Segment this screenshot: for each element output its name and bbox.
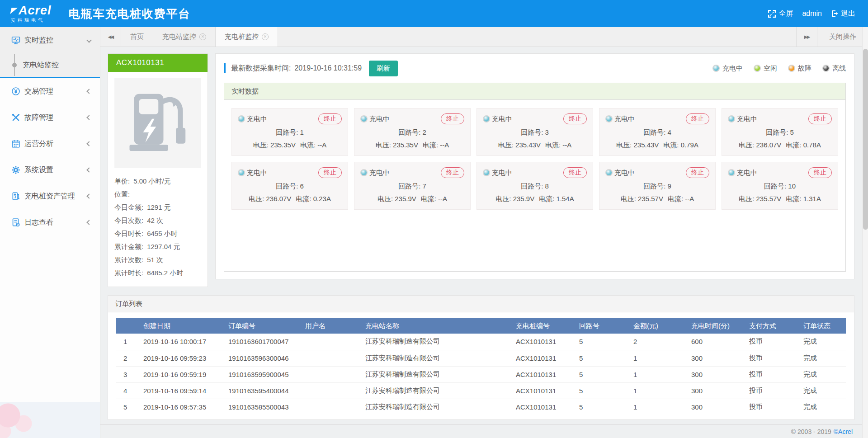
circuit-card-1: 充电中终止 回路号: 1 电压: 235.35V电流: --A <box>231 108 348 156</box>
cell-user <box>301 399 361 415</box>
cell-amount: 1 <box>629 382 687 399</box>
chevron-left-icon <box>86 193 91 198</box>
sidebar-item-fault-mgmt[interactable]: 故障管理 <box>0 104 100 131</box>
stat-today-amount: 今日金额:1291 元 <box>114 201 201 214</box>
terminate-button[interactable]: 终止 <box>318 167 342 178</box>
sidebar: 实时监控 充电站监控 交易管理 故障管理 运营分析 <box>0 27 100 438</box>
terminate-button[interactable]: 终止 <box>808 113 832 124</box>
cell-index: 1 <box>116 334 139 350</box>
content: ACX1010131 <box>100 47 868 424</box>
station-stats: 单价:5.00 小时/元 位置: 今日金额:1291 元 今日次数:42 次 今… <box>114 174 201 279</box>
cell-create-date: 2019-10-16 09:57:35 <box>139 399 224 415</box>
tab-home[interactable]: 首页 <box>121 27 153 47</box>
logout-icon <box>831 10 838 17</box>
tab-label: 首页 <box>130 33 144 41</box>
current-label: 电流: <box>786 141 801 149</box>
voltage-label: 电压: <box>739 195 754 203</box>
terminate-button[interactable]: 终止 <box>318 113 342 124</box>
col-order-status: 订单状态 <box>799 318 846 334</box>
voltage-value: 235.9V <box>513 195 535 203</box>
cell-station-name: 江苏安科瑞制造有限公司 <box>361 350 511 366</box>
sidebar-item-log-view[interactable]: 日志查看 <box>0 209 100 235</box>
page: Acrel 安科瑞电气 电瓶车充电桩收费平台 全屏 admin 退出 实时监控 <box>0 0 868 438</box>
voltage-value: 235.57V <box>638 195 663 203</box>
monitor-icon <box>11 36 20 45</box>
terminate-button[interactable]: 终止 <box>808 167 832 178</box>
cell-create-date: 2019-10-16 09:59:23 <box>139 350 224 366</box>
orders-panel: 订单列表 创建日期 订单编号 用户名 <box>108 295 854 420</box>
sidebar-item-system-settings[interactable]: 系统设置 <box>0 157 100 183</box>
offline-dot-icon <box>822 65 830 72</box>
sidebar-item-pile-assets[interactable]: 充电桩资产管理 <box>0 183 100 209</box>
circuit-grid: 充电中终止 回路号: 1 电压: 235.35V电流: --A 充电中终止 回路… <box>231 108 838 210</box>
fullscreen-button[interactable]: 全屏 <box>768 9 793 19</box>
chevron-left-icon <box>86 115 91 120</box>
status-label: 充电中 <box>614 115 635 123</box>
current-value: 0.23A <box>313 195 331 203</box>
col-pay-method: 支付方式 <box>745 318 799 334</box>
vertical-scrollbar[interactable] <box>862 27 868 438</box>
voltage-label: 电压: <box>376 141 391 149</box>
voltage-value: 235.35V <box>393 141 418 149</box>
circuit-label: 回路号: <box>398 182 420 190</box>
chevron-left-icon <box>86 220 91 225</box>
legend-idle: 空闲 <box>754 64 777 73</box>
current-value: --A <box>562 141 571 149</box>
circuit-no: 8 <box>545 182 549 190</box>
terminate-button[interactable]: 终止 <box>686 167 709 178</box>
charging-pile-image-box <box>114 78 201 168</box>
circuit-card-4: 充电中终止 回路号: 4 电压: 235.43V电流: 0.79A <box>599 108 716 156</box>
tab-close-icon[interactable] <box>262 33 269 40</box>
sidebar-item-trade-mgmt[interactable]: 交易管理 <box>0 78 100 104</box>
cell-circuit-no: 5 <box>575 350 629 366</box>
terminate-button[interactable]: 终止 <box>441 167 464 178</box>
cell-circuit-no: 5 <box>575 382 629 399</box>
sidebar-item-station-monitor[interactable]: 充电站监控 <box>0 53 100 77</box>
tab-pile-monitor[interactable]: 充电桩监控 <box>216 27 278 47</box>
legend-fault: 故障 <box>788 64 811 73</box>
scrollbar-thumb[interactable] <box>863 49 868 230</box>
current-value: --A <box>685 195 694 203</box>
col-user: 用户名 <box>301 318 361 334</box>
close-operations-button[interactable]: 关闭操作 <box>817 27 868 47</box>
terminate-button[interactable]: 终止 <box>441 113 464 124</box>
cell-charge-minutes: 300 <box>687 399 745 415</box>
refresh-button[interactable]: 刷新 <box>369 61 398 76</box>
cell-index: 3 <box>116 366 139 382</box>
terminate-button[interactable]: 终止 <box>563 113 587 124</box>
current-value: --A <box>317 141 326 149</box>
terminate-button[interactable]: 终止 <box>686 113 709 124</box>
current-value: 0.79A <box>681 141 698 149</box>
sidebar-item-label: 故障管理 <box>24 113 53 122</box>
brand-link[interactable]: ©Acrel <box>834 428 853 435</box>
chevron-down-icon <box>86 38 91 42</box>
voltage-label: 电压: <box>377 195 393 203</box>
terminate-button[interactable]: 终止 <box>563 167 587 178</box>
calendar-icon <box>11 139 20 148</box>
status-dot-icon <box>483 115 490 122</box>
cell-user <box>301 382 361 399</box>
tab-station-monitor[interactable]: 充电站监控 <box>153 27 216 47</box>
tab-close-icon[interactable] <box>199 33 206 40</box>
logout-button[interactable]: 退出 <box>831 9 855 19</box>
tabs-scroll-left-button[interactable]: ◀◀ <box>100 27 121 47</box>
tab-label: 充电站监控 <box>162 33 196 41</box>
sidebar-item-operation-analysis[interactable]: 运营分析 <box>0 131 100 157</box>
status-dot-icon <box>605 169 613 176</box>
username[interactable]: admin <box>802 9 822 18</box>
cell-pile-no: ACX1010131 <box>511 399 575 415</box>
col-create-date: 创建日期 <box>139 318 224 334</box>
voltage-label: 电压: <box>495 195 511 203</box>
col-pile-no: 充电桩编号 <box>511 318 575 334</box>
cell-order-status: 完成 <box>799 350 846 366</box>
current-value: --A <box>440 141 449 149</box>
tab-bar: ◀◀ 首页 充电站监控 充电桩监控 ▶▶ 关闭操作 <box>100 27 868 47</box>
tabs-scroll-right-button[interactable]: ▶▶ <box>796 27 817 47</box>
status-dot-icon <box>360 169 368 176</box>
sidebar-item-realtime-monitor[interactable]: 实时监控 <box>0 27 100 53</box>
circuit-card-7: 充电中终止 回路号: 7 电压: 235.9V电流: --A <box>354 162 471 210</box>
current-label: 电流: <box>668 195 683 203</box>
status-label: 充电中 <box>247 169 267 177</box>
cell-create-date: 2019-10-16 09:59:14 <box>139 382 224 399</box>
current-value: 1.31A <box>803 195 821 203</box>
